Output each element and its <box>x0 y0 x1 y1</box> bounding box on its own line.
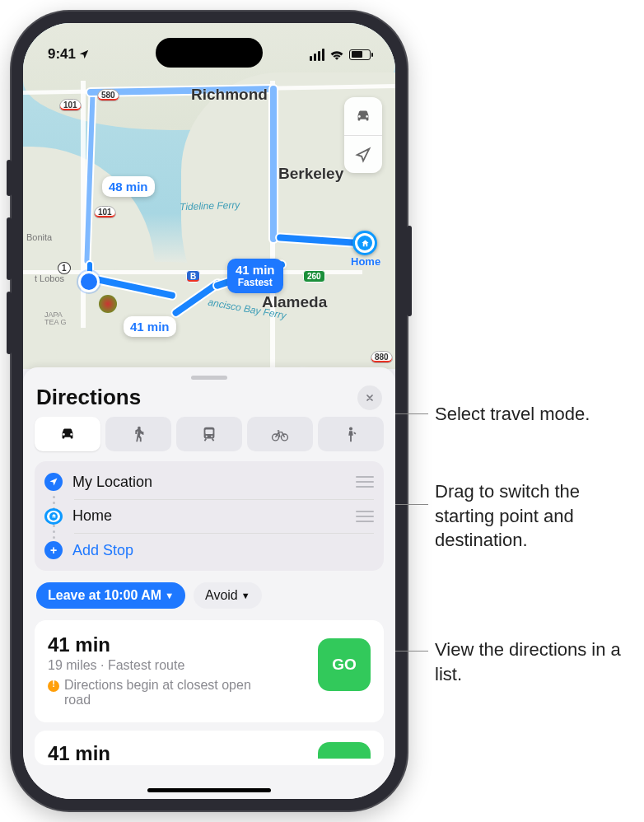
svg-point-7 <box>349 427 352 431</box>
route-callout-alt-north[interactable]: 48 min <box>102 176 155 197</box>
callout-drag: Drag to switch the starting point and de… <box>435 479 641 553</box>
transit-icon <box>200 425 218 443</box>
stop-destination-row[interactable]: Home <box>35 499 384 533</box>
location-services-icon <box>78 49 90 60</box>
leave-time-button[interactable]: Leave at 10:00 AM ▼ <box>36 582 185 609</box>
route1-time: 41 min <box>48 633 306 656</box>
volume-down-button <box>7 292 12 354</box>
destination-pin-home[interactable] <box>352 231 377 255</box>
route-callout-primary[interactable]: 41 min Fastest <box>227 259 283 293</box>
stops-card: My Location Home + Add Stop <box>35 461 384 571</box>
bike-icon <box>271 425 289 443</box>
reorder-handle-destination[interactable] <box>356 511 374 522</box>
volume-up-button <box>7 217 12 280</box>
sheet-grabber[interactable] <box>191 376 227 380</box>
dynamic-island <box>156 38 263 68</box>
stop-origin-label: My Location <box>72 474 346 491</box>
shield-i880: 880 <box>371 351 393 363</box>
mode-walk[interactable] <box>105 417 171 451</box>
sheet-title: Directions <box>36 385 141 410</box>
leave-time-label: Leave at 10:00 AM <box>48 588 161 603</box>
phone-screen: 9:41 <box>23 23 395 799</box>
stop-destination-label: Home <box>72 507 346 525</box>
avoid-button[interactable]: Avoid ▼ <box>194 582 262 609</box>
close-button[interactable] <box>357 385 382 410</box>
mode-drive[interactable] <box>35 417 100 451</box>
shield-i580: 580 <box>97 89 119 101</box>
reorder-handle-origin[interactable] <box>356 476 374 488</box>
map-mode-button[interactable] <box>344 97 382 135</box>
mode-bike[interactable] <box>247 417 313 451</box>
volume-switch <box>7 160 12 196</box>
close-icon <box>365 393 375 403</box>
chevron-down-icon: ▼ <box>241 591 250 600</box>
walk-icon <box>129 425 147 443</box>
svg-rect-2 <box>205 430 212 435</box>
home-indicator[interactable] <box>147 788 271 792</box>
car-icon <box>354 107 372 125</box>
mode-rideshare[interactable] <box>318 417 384 451</box>
svg-point-4 <box>211 436 212 437</box>
map-label-ptlobos: t Lobos <box>35 273 64 283</box>
shield-us101-a: 101 <box>59 99 82 111</box>
battery-icon <box>349 49 371 60</box>
callout-travel-mode: Select travel mode. <box>435 402 590 427</box>
home-stop-icon <box>44 508 63 525</box>
avoid-label: Avoid <box>205 588 238 603</box>
svg-point-5 <box>273 434 279 441</box>
route2-time: 41 min <box>48 742 306 765</box>
plus-icon: + <box>44 541 63 559</box>
add-stop-button[interactable]: + Add Stop <box>35 533 384 567</box>
map-label-japtea: JAPA TEA G <box>44 311 67 326</box>
travel-mode-segmented <box>35 417 384 451</box>
poi-marker[interactable] <box>99 295 117 313</box>
car-icon <box>58 425 77 443</box>
go-button-2[interactable] <box>318 742 371 759</box>
home-icon <box>361 239 370 248</box>
cell-signal-icon <box>310 49 324 61</box>
destination-pin-label: Home <box>351 255 380 268</box>
route1-warning: Directions begin at closest open road <box>64 678 262 708</box>
route-callout-primary-time: 41 min <box>236 263 275 277</box>
origin-pin[interactable] <box>81 273 97 290</box>
map-locate-button[interactable] <box>344 135 382 173</box>
route1-subtitle: 19 miles · Fastest route <box>48 658 306 673</box>
wifi-icon <box>329 49 344 60</box>
route-card-1[interactable]: 41 min 19 miles · Fastest route Directio… <box>35 620 384 722</box>
rideshare-icon <box>342 425 360 443</box>
stop-origin-row[interactable]: My Location <box>35 465 384 499</box>
status-time: 9:41 <box>48 46 76 63</box>
map-view[interactable]: Richmond Berkeley Alameda Tideline Ferry… <box>23 23 395 369</box>
directions-sheet: Directions <box>23 367 395 799</box>
map-label-bonita: Bonita <box>26 232 52 242</box>
go-button[interactable]: GO <box>318 638 371 691</box>
shield-us101-b: 101 <box>94 206 116 218</box>
location-arrow-icon <box>354 146 372 164</box>
map-controls <box>344 97 382 173</box>
route-callout-alt-south[interactable]: 41 min <box>124 316 176 337</box>
svg-point-3 <box>206 436 208 437</box>
shield-ca1: 1 <box>58 262 71 274</box>
shield-ca260: 260 <box>303 270 325 283</box>
add-stop-label: Add Stop <box>72 542 374 559</box>
power-button <box>407 226 412 316</box>
iphone-frame: 9:41 <box>12 12 407 810</box>
chevron-down-icon: ▼ <box>165 591 174 600</box>
go-button-label: GO <box>332 656 357 674</box>
location-arrow-icon <box>44 473 63 491</box>
mode-transit[interactable] <box>176 417 242 451</box>
bart-icon: B <box>186 270 200 283</box>
callout-list: View the directions in a list. <box>435 638 641 686</box>
route-card-2[interactable]: 41 min <box>35 731 384 765</box>
warning-icon <box>48 680 59 692</box>
svg-point-6 <box>282 434 288 441</box>
route-callout-primary-sub: Fastest <box>236 278 275 288</box>
